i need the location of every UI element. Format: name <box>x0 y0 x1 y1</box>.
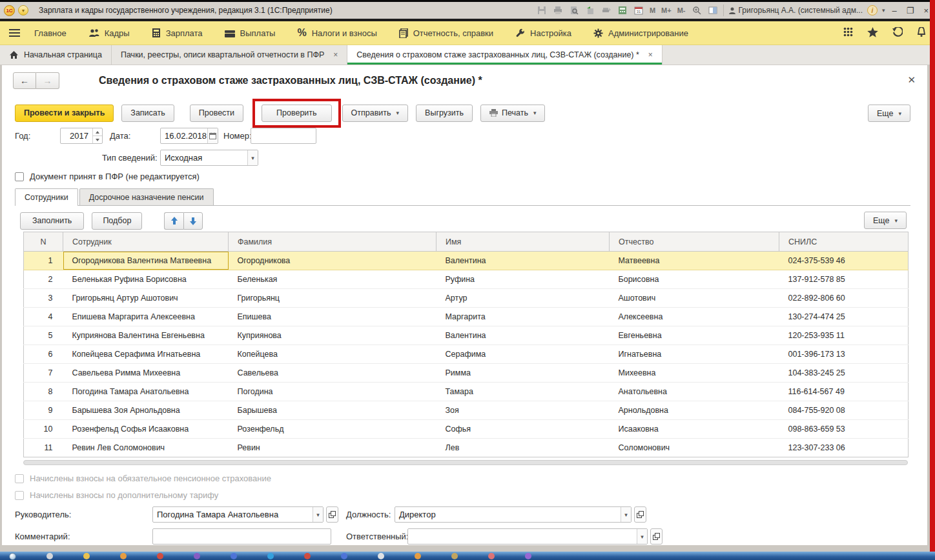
snils-cell[interactable]: 104-383-245 25 <box>779 364 909 383</box>
firstname-cell[interactable]: Руфина <box>437 270 610 289</box>
info-type-select[interactable]: Исходная ▾ <box>160 150 258 166</box>
patronymic-cell[interactable]: Евгеньевна <box>610 326 779 345</box>
fill-button[interactable]: Заполнить <box>20 212 84 230</box>
send-button[interactable]: Отправить▾ <box>342 105 409 122</box>
more-button-top[interactable]: Еще▾ <box>868 105 910 122</box>
firstname-cell[interactable]: Артур <box>437 289 610 308</box>
taskbar-app-icon[interactable] <box>83 553 90 559</box>
tab-home[interactable]: Начальная страница <box>0 45 112 65</box>
employee-cell[interactable]: Розенфельд Софья Исааковна <box>63 420 229 439</box>
snils-cell[interactable]: 123-307-233 06 <box>779 439 909 457</box>
load-file-icon[interactable] <box>584 5 596 16</box>
table-row[interactable]: 2Беленькая Руфина БорисовнаБеленькаяРуфи… <box>24 270 909 289</box>
taskbar-app-icon[interactable] <box>415 553 421 559</box>
lastname-cell[interactable]: Копейцева <box>229 345 437 364</box>
lastname-cell[interactable]: Ревин <box>229 439 437 457</box>
table-row[interactable]: 5Куприянова Валентина ЕвгеньевнаКуприяно… <box>24 326 909 345</box>
row-number-cell[interactable]: 3 <box>24 289 63 308</box>
year-spinner[interactable] <box>92 128 102 143</box>
column-header-employee[interactable]: Сотрудник <box>63 232 229 252</box>
firstname-cell[interactable]: Валентина <box>437 326 610 345</box>
firstname-cell[interactable]: Валентина <box>437 252 610 270</box>
start-button[interactable] <box>9 553 16 560</box>
lastname-cell[interactable]: Епишева <box>229 308 437 326</box>
date-field[interactable]: 16.02.2018 <box>160 128 218 144</box>
patronymic-cell[interactable]: Игнатьевна <box>610 345 779 364</box>
firstname-cell[interactable]: Лев <box>437 439 610 457</box>
firstname-cell[interactable]: Тамара <box>437 383 610 401</box>
row-number-cell[interactable]: 7 <box>24 364 63 383</box>
snils-cell[interactable]: 137-912-578 85 <box>779 270 909 289</box>
firstname-cell[interactable]: Римма <box>437 364 610 383</box>
all-functions-grid-icon[interactable] <box>843 27 853 39</box>
preview-icon[interactable] <box>568 5 580 16</box>
table-row[interactable]: 6Копейцева Серафима ИгнатьевнаКопейцеваС… <box>24 345 909 364</box>
lastname-cell[interactable]: Беленькая <box>229 270 437 289</box>
menu-item-taxes[interactable]: % Налоги и взносы <box>297 27 376 39</box>
open-responsible-icon[interactable] <box>650 528 663 545</box>
info-icon[interactable]: i <box>867 5 878 15</box>
menu-item-reports[interactable]: Отчетность, справки <box>399 28 493 38</box>
patronymic-cell[interactable]: Михеевна <box>610 364 779 383</box>
accepted-in-pfr-checkbox[interactable]: Документ принят в ПФР (не редактируется) <box>15 172 200 181</box>
unload-button[interactable]: Выгрузить <box>416 105 473 122</box>
number-field[interactable] <box>251 128 316 144</box>
notifications-bell-icon[interactable] <box>917 27 926 39</box>
hamburger-menu-icon[interactable] <box>9 29 20 37</box>
calendar-icon[interactable]: 31 <box>633 5 644 16</box>
menu-item-staff[interactable]: Кадры <box>88 28 130 38</box>
snils-cell[interactable]: 022-892-806 60 <box>779 289 909 308</box>
column-header-row-number[interactable]: N <box>24 232 63 252</box>
row-number-cell[interactable]: 8 <box>24 383 63 401</box>
print-button[interactable]: Печать▾ <box>480 105 545 122</box>
menu-item-main[interactable]: Главное <box>34 28 67 38</box>
history-icon[interactable] <box>892 27 903 39</box>
table-row[interactable]: 8Погодина Тамара АнатольевнаПогодинаТама… <box>24 383 909 401</box>
year-field[interactable]: 2017 <box>60 128 103 144</box>
employee-cell[interactable]: Барышева Зоя Арнольдовна <box>63 401 229 420</box>
lastname-cell[interactable]: Барышева <box>229 401 437 420</box>
comment-field[interactable] <box>152 528 331 545</box>
chevron-down-icon[interactable]: ▾ <box>247 150 258 165</box>
responsible-select[interactable]: ▾ <box>407 528 648 545</box>
tab-pfr-registries[interactable]: Пачки, реестры, описи квартальной отчетн… <box>112 45 347 65</box>
taskbar-app-icon[interactable] <box>525 553 531 559</box>
position-select[interactable]: Директор ▾ <box>395 506 632 523</box>
move-down-button[interactable] <box>183 212 203 230</box>
firstname-cell[interactable]: Зоя <box>437 401 610 420</box>
split-view-icon[interactable] <box>707 5 719 16</box>
memory-m-button[interactable]: M <box>649 6 656 14</box>
back-button[interactable]: ← <box>13 72 36 89</box>
post-and-close-button[interactable]: Провести и закрыть <box>15 105 114 122</box>
forward-button[interactable]: → <box>36 72 59 89</box>
snils-cell[interactable]: 098-863-659 53 <box>779 420 909 439</box>
calculator-icon[interactable] <box>617 5 628 16</box>
lastname-cell[interactable]: Огородникова <box>229 252 437 270</box>
close-tab-icon[interactable]: × <box>333 50 338 59</box>
row-number-cell[interactable]: 2 <box>24 270 63 289</box>
taskbar-app-icon[interactable] <box>120 553 127 559</box>
close-form-icon[interactable]: ✕ <box>907 74 916 86</box>
taskbar-app-icon[interactable] <box>46 553 53 559</box>
taskbar-app-icon[interactable] <box>451 553 458 559</box>
checkbox-box[interactable] <box>15 172 24 181</box>
patronymic-cell[interactable]: Анатольевна <box>610 383 779 401</box>
snils-cell[interactable]: 084-755-920 08 <box>779 401 909 420</box>
patronymic-cell[interactable]: Матвеевна <box>610 252 779 270</box>
favorites-star-icon[interactable] <box>867 27 878 39</box>
snils-cell[interactable]: 120-253-935 11 <box>779 326 909 345</box>
taskbar-app-icon[interactable] <box>488 553 495 559</box>
restore-button[interactable]: ❐ <box>904 6 917 15</box>
menu-item-payments[interactable]: Выплаты <box>225 28 276 38</box>
zoom-icon[interactable] <box>691 5 703 16</box>
table-row[interactable]: 3Григорьянц Артур АшотовичГригорьянцАрту… <box>24 289 909 308</box>
lastname-cell[interactable]: Погодина <box>229 383 437 401</box>
print-icon[interactable] <box>552 5 564 16</box>
employee-cell[interactable]: Огородникова Валентина Матвеевна <box>63 252 229 270</box>
check-button[interactable]: Проверить <box>262 105 332 122</box>
employee-cell[interactable]: Куприянова Валентина Евгеньевна <box>63 326 229 345</box>
snils-cell[interactable]: 024-375-539 46 <box>779 252 909 270</box>
table-row[interactable]: 11Ревин Лев СоломоновичРевинЛевСоломонов… <box>24 439 909 457</box>
calendar-picker-icon[interactable] <box>207 128 218 143</box>
column-header-patronymic[interactable]: Отчество <box>610 232 779 252</box>
